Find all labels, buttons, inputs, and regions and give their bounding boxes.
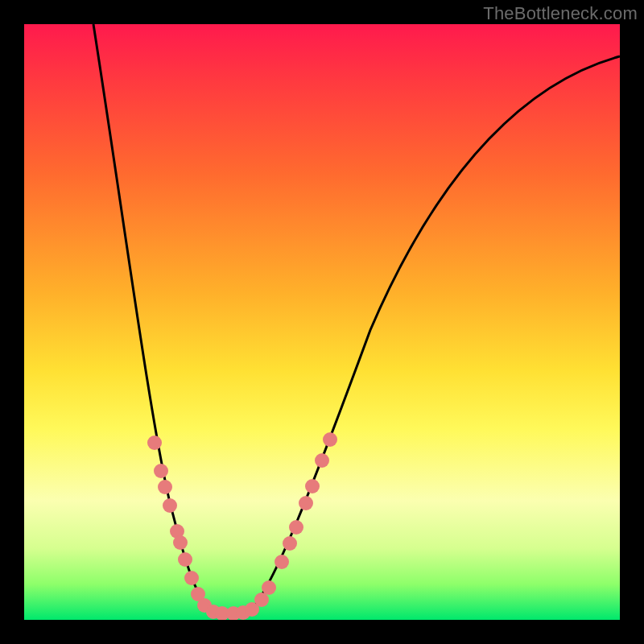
data-points-left: [147, 436, 212, 613]
watermark-text: TheBottleneck.com: [483, 3, 638, 24]
data-points-right: [254, 432, 337, 607]
data-point: [178, 552, 192, 567]
data-point: [315, 453, 329, 468]
data-point: [184, 571, 199, 585]
data-point: [283, 536, 297, 551]
data-point: [305, 479, 320, 493]
chart-frame: TheBottleneck.com: [0, 0, 644, 644]
data-point: [154, 464, 168, 478]
data-point: [173, 535, 188, 550]
data-point: [299, 496, 313, 510]
plot-area: [24, 24, 620, 620]
data-point: [289, 520, 303, 535]
curve-svg: [24, 24, 620, 620]
data-point: [254, 592, 269, 607]
data-point: [158, 480, 172, 494]
bottleneck-curve: [93, 24, 620, 612]
data-point: [147, 436, 162, 450]
data-point: [323, 432, 337, 447]
data-point: [262, 580, 276, 595]
data-points-bottom: [206, 602, 259, 620]
data-point: [163, 498, 177, 513]
data-point: [275, 555, 289, 569]
